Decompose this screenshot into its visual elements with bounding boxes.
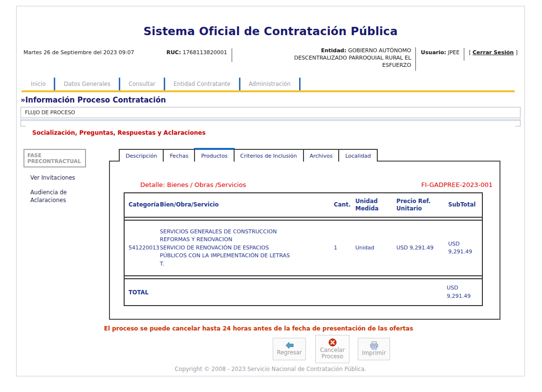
cancel-deadline-warning: El proceso se puede cancelar hasta 24 ho… — [17, 325, 500, 332]
tab-criterios-inclusion[interactable]: Criterios de Inclusión — [234, 149, 304, 162]
detail-panel-wrap: Descripción Fechas Productos Criterios d… — [109, 149, 500, 332]
sidebar-item-audiencia-aclaraciones[interactable]: Audiencia de Aclaraciones — [30, 188, 85, 205]
cancelar-label: Cancelar Proceso — [318, 347, 347, 361]
entity-label: Entidad: — [321, 47, 347, 54]
sidebar-item-ver-invitaciones[interactable]: Ver Invitaciones — [30, 174, 85, 182]
col-header-subtotal: SubTotal — [448, 201, 479, 208]
tab-productos[interactable]: Productos — [194, 148, 234, 162]
current-datetime: Martes 26 de Septiembre del 2023 09:07 — [23, 47, 134, 56]
tab-fechas[interactable]: Fechas — [163, 149, 195, 162]
regresar-button[interactable]: Regresar — [273, 338, 306, 360]
process-stage-label: Socialización, Preguntas, Respuestas y A… — [32, 129, 524, 136]
cell-unidad: Unidad — [355, 244, 390, 252]
nav-accent-bar — [22, 90, 515, 92]
tab-localidad[interactable]: Localidad — [338, 149, 377, 162]
total-value: USD 9,291.49 — [447, 284, 478, 300]
nav-item-entidad-contratante[interactable]: Entidad Contratante — [165, 78, 240, 90]
table-total-row: TOTAL USD 9,291.49 — [125, 278, 482, 305]
user-label: Usuario: — [421, 49, 446, 56]
cancelar-proceso-button[interactable]: Cancelar Proceso — [315, 335, 349, 363]
imprimir-button[interactable]: Imprimir — [358, 338, 390, 360]
col-header-cant: Cant. — [332, 201, 351, 208]
cell-descripcion: SERVICIOS GENERALES DE CONSTRUCCION REFO… — [160, 228, 304, 268]
page-title: Sistema Oficial de Contratación Pública — [17, 25, 524, 38]
user-value: JPEE — [448, 49, 459, 56]
tab-descripcion[interactable]: Descripción — [119, 149, 164, 162]
flow-accordion-panel — [21, 119, 520, 126]
printer-icon — [369, 341, 379, 350]
detail-header-row: Detalle: Bienes / Obras /Servicios FI-GA… — [140, 181, 493, 188]
action-buttons-row: Regresar Cancelar Proceso I — [273, 335, 524, 363]
back-arrow-icon — [285, 342, 294, 350]
col-header-unidad-medida: Unidad Medida — [355, 198, 390, 212]
logout-field: [ Cerrar Sesión ] — [469, 47, 518, 56]
entity-field: Entidad: GOBIERNO AUTÓNOMO DESCENTRALIZA… — [269, 47, 411, 69]
cell-subtotal: USD 9,291.49 — [448, 240, 479, 256]
cell-cantidad: 1 — [332, 244, 351, 252]
user-field: Usuario: JPEE — [421, 47, 459, 56]
detail-label: Detalle: Bienes / Obras /Servicios — [140, 181, 246, 188]
phase-box: FASE PRECONTRACTUAL — [23, 149, 86, 167]
divider — [415, 47, 416, 71]
cell-precio-unitario: USD 9,291.49 — [396, 244, 441, 252]
imprimir-label: Imprimir — [362, 350, 386, 357]
regresar-label: Regresar — [277, 350, 302, 356]
col-header-bien-obra-servicio: Bien/Obra/Servicio — [160, 201, 304, 208]
table-header-row: Categoría Bien/Obra/Servicio Cant. Unida… — [125, 193, 482, 218]
entity-value: GOBIERNO AUTÓNOMO DESCENTRALIZADO PARROQ… — [294, 47, 411, 68]
nav-item-administracion[interactable]: Administración — [240, 78, 301, 90]
section-heading: »Información Proceso Contratación — [21, 96, 524, 104]
products-table: Categoría Bien/Obra/Servicio Cant. Unida… — [124, 192, 483, 306]
ruc-value: 1768113820001 — [183, 49, 227, 56]
col-header-categoria: Categoría — [129, 201, 158, 208]
app-window: Sistema Oficial de Contratación Pública … — [16, 6, 525, 376]
content-row: FASE PRECONTRACTUAL Ver Invitaciones Aud… — [17, 149, 524, 332]
copyright-footer: Copyright © 2008 - 2023 Servicio Naciona… — [17, 366, 524, 372]
divider — [232, 48, 232, 62]
flow-accordion-header[interactable]: FLUJO DE PROCESO — [21, 107, 520, 118]
tab-archivos[interactable]: Archivos — [303, 149, 340, 162]
sidebar: FASE PRECONTRACTUAL Ver Invitaciones Aud… — [17, 149, 109, 205]
logout-link[interactable]: Cerrar Sesión — [473, 49, 514, 56]
session-info-bar: Martes 26 de Septiembre del 2023 09:07 R… — [23, 47, 518, 71]
table-row: 541220013 SERVICIOS GENERALES DE CONSTRU… — [125, 220, 482, 277]
products-panel: Detalle: Bienes / Obras /Servicios FI-GA… — [109, 161, 500, 320]
divider — [464, 48, 464, 61]
cell-categoria: 541220013 — [129, 244, 158, 252]
col-header-precio-ref: Precio Ref. Unitario — [396, 198, 441, 212]
nav-item-datos-generales[interactable]: Datos Generales — [55, 78, 120, 90]
nav-item-inicio[interactable]: Inicio — [22, 78, 55, 90]
ruc-label: RUC: — [166, 49, 181, 56]
nav-item-consultar[interactable]: Consultar — [120, 78, 165, 90]
detail-tabs: Descripción Fechas Productos Criterios d… — [119, 149, 500, 161]
cancel-icon — [328, 338, 337, 347]
main-nav: Inicio Datos Generales Consultar Entidad… — [22, 78, 524, 90]
process-code: FI-GADPREE-2023-001 — [421, 181, 493, 188]
ruc-field: RUC: 1768113820001 — [166, 47, 227, 56]
total-label: TOTAL — [129, 289, 149, 296]
